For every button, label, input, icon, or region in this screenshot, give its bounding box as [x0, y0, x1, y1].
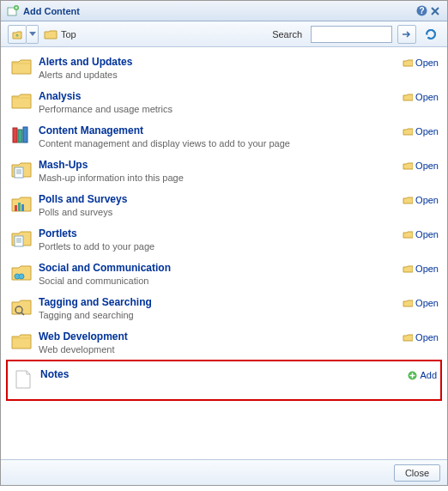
- open-button[interactable]: Open: [403, 193, 439, 217]
- item-description: Content management and display views to …: [39, 138, 403, 149]
- item-description: Social and communication: [39, 276, 403, 286]
- svg-rect-10: [21, 204, 24, 211]
- nav-dropdown[interactable]: [27, 25, 39, 44]
- svg-text:?: ?: [419, 6, 424, 15]
- catalog-item: Content ManagementContent management and…: [6, 119, 442, 154]
- search-input[interactable]: [311, 26, 392, 43]
- catalog-item: PortletsPortlets to add to your pageOpen: [6, 222, 442, 257]
- item-body: Mash-UpsMash-up information into this pa…: [33, 159, 403, 183]
- item-title-link[interactable]: Analysis: [39, 90, 403, 102]
- item-title-link[interactable]: Web Development: [39, 330, 403, 342]
- folder-open-icon: [403, 264, 413, 274]
- action-label: Open: [415, 229, 439, 239]
- open-button[interactable]: Open: [403, 90, 439, 114]
- item-description: Performance and usage metrics: [39, 104, 403, 114]
- footer: Close: [1, 459, 447, 485]
- item-body: Social and CommunicationSocial and commu…: [33, 262, 403, 286]
- catalog-item: Social and CommunicationSocial and commu…: [6, 257, 442, 291]
- svg-point-13: [19, 274, 24, 279]
- catalog-item: Polls and SurveysPolls and surveysOpen: [6, 188, 442, 222]
- toolbar: Top Search: [1, 21, 447, 47]
- refresh-button[interactable]: [421, 25, 440, 44]
- action-label: Open: [415, 58, 439, 68]
- add-content-dialog: Add Content ? Top Search Alerts and Upda…: [0, 0, 448, 486]
- search-label: Search: [272, 29, 302, 39]
- folder-open-icon: [403, 229, 413, 239]
- open-button[interactable]: Open: [403, 159, 439, 183]
- folder-icon: [44, 28, 58, 40]
- breadcrumb-label: Top: [61, 29, 76, 39]
- svg-rect-5: [18, 130, 22, 142]
- content-list: Alerts and UpdatesAlerts and updatesOpen…: [1, 47, 447, 459]
- item-title-link[interactable]: Mash-Ups: [39, 159, 403, 171]
- dialog-title: Add Content: [23, 6, 80, 16]
- folder-open-icon: [403, 58, 413, 68]
- folder-search-icon: [9, 296, 33, 320]
- item-body: Notes: [35, 368, 407, 392]
- item-description: Tagging and searching: [39, 310, 403, 320]
- item-description: Mash-up information into this page: [39, 173, 403, 183]
- action-label: Open: [415, 92, 439, 102]
- action-label: Open: [415, 195, 439, 205]
- action-label: Open: [415, 126, 439, 136]
- page-icon: [11, 368, 35, 392]
- item-description: Portlets to add to your page: [39, 241, 403, 252]
- help-icon[interactable]: ?: [415, 4, 428, 18]
- item-title-link[interactable]: Notes: [40, 368, 407, 380]
- catalog-item: Mash-UpsMash-up information into this pa…: [6, 154, 442, 188]
- open-button[interactable]: Open: [403, 56, 439, 80]
- folder-open-icon: [403, 332, 413, 342]
- catalog-item-highlighted: NotesAdd: [6, 360, 442, 401]
- item-body: Content ManagementContent management and…: [33, 124, 403, 149]
- open-button[interactable]: Open: [403, 124, 439, 149]
- item-title-link[interactable]: Portlets: [39, 227, 403, 239]
- action-label: Add: [420, 370, 437, 380]
- folder-doc-icon: [9, 227, 33, 252]
- item-body: AnalysisPerformance and usage metrics: [33, 90, 403, 114]
- svg-rect-9: [18, 203, 21, 211]
- folder-open-icon: [403, 298, 413, 308]
- item-description: Polls and surveys: [39, 207, 403, 217]
- item-title-link[interactable]: Tagging and Searching: [39, 296, 403, 308]
- chart-icon: [9, 193, 33, 217]
- books-icon: [9, 124, 33, 149]
- open-button[interactable]: Open: [403, 330, 439, 355]
- folder-people-icon: [9, 262, 33, 286]
- item-body: Alerts and UpdatesAlerts and updates: [33, 56, 403, 80]
- action-label: Open: [415, 298, 439, 308]
- item-title-link[interactable]: Content Management: [39, 124, 403, 136]
- catalog-item: AnalysisPerformance and usage metricsOpe…: [6, 85, 442, 119]
- folder-icon: [9, 330, 33, 355]
- folder-open-icon: [403, 92, 413, 102]
- item-title-link[interactable]: Social and Communication: [39, 262, 403, 274]
- folder-open-icon: [403, 195, 413, 205]
- plus-icon: [407, 370, 417, 380]
- svg-rect-7: [15, 167, 23, 178]
- nav-up-button[interactable]: [8, 25, 27, 44]
- open-button[interactable]: Open: [403, 262, 439, 286]
- add-button[interactable]: Add: [407, 368, 437, 392]
- svg-rect-11: [15, 236, 23, 246]
- item-title-link[interactable]: Polls and Surveys: [39, 193, 403, 205]
- svg-rect-6: [23, 127, 27, 142]
- close-icon[interactable]: [428, 4, 442, 18]
- item-body: Polls and SurveysPolls and surveys: [33, 193, 403, 217]
- catalog-item: Tagging and SearchingTagging and searchi…: [6, 291, 442, 325]
- item-title-link[interactable]: Alerts and Updates: [39, 56, 403, 68]
- open-button[interactable]: Open: [403, 296, 439, 320]
- item-description: Web development: [39, 344, 403, 355]
- search-go-button[interactable]: [397, 25, 416, 44]
- item-body: Web DevelopmentWeb development: [33, 330, 403, 355]
- folder-icon: [9, 56, 33, 80]
- action-label: Open: [415, 264, 439, 274]
- open-button[interactable]: Open: [403, 227, 439, 252]
- svg-rect-8: [15, 205, 17, 211]
- breadcrumb[interactable]: Top: [44, 28, 76, 40]
- add-content-icon: [6, 4, 20, 18]
- folder-open-icon: [403, 161, 413, 171]
- action-label: Open: [415, 332, 439, 342]
- item-body: PortletsPortlets to add to your page: [33, 227, 403, 252]
- close-button[interactable]: Close: [394, 464, 440, 482]
- action-label: Open: [415, 161, 439, 171]
- folder-open-icon: [403, 126, 413, 136]
